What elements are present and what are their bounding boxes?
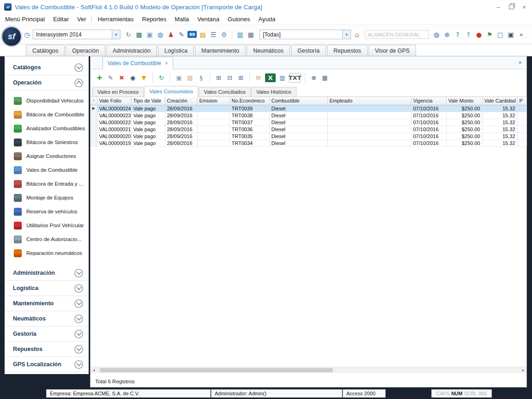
sidebar-item-reparacion-neumaticos[interactable]: Reparación neumáticos [5,246,89,260]
badge-99-icon[interactable]: 99 [187,31,197,38]
group-tree-icon[interactable]: ⊞ [214,73,223,82]
globe-icon[interactable]: ◍ [156,30,165,39]
warehouse-input[interactable] [365,30,429,39]
scrollbar-thumb[interactable] [100,368,333,372]
sidebar-item-utilitarios-pool-vehicular[interactable]: Utilitarios Pool Vehícular [5,218,89,232]
sidebar-item-centro-de-autorizacio[interactable]: Centro de Autorizacio... [5,232,89,246]
table-row[interactable]: VAL00000023Vale pago28/09/2016TRT0038Die… [91,112,526,119]
sidebar-section-mantenimiento[interactable]: Mantenimiento [5,296,89,311]
image-icon[interactable]: ▣ [175,73,183,82]
subtab-vales-conciliados[interactable]: Vales Conciliados [199,87,251,97]
users-icon[interactable]: ♟ [166,30,175,39]
table-row[interactable]: ▶VAL00000024Vale pago28/09/2016TRT0039Di… [91,105,526,112]
bug-icon[interactable]: ● [474,30,484,39]
sidebar-item-asignar-conductores[interactable]: Asignar Conductores [5,149,89,163]
sidebar-section-logistica[interactable]: Logistica [5,281,89,296]
sidebar-section-repuestos[interactable]: Repuestos [5,342,89,357]
module-tab-catalogos[interactable]: Catálogos [26,45,65,56]
clipboard-icon[interactable]: ▤ [186,73,194,82]
module-tab-administracion[interactable]: Administración [106,45,157,56]
chevron-down-icon[interactable] [74,314,83,323]
sidebar-section-neumaticos[interactable]: Neumáticos [5,311,89,326]
table-row[interactable]: VAL00000019Vale pago28/09/2016TRT0034Die… [91,139,526,146]
column-header-empleado[interactable]: Empleado [327,97,411,105]
chevron-down-icon[interactable]: ▾ [342,30,351,39]
scrollbar-track[interactable] [97,367,520,373]
sidebar-item-montaje-de-equipos[interactable]: Montaje de Equipos [5,191,89,205]
document-preview-icon[interactable]: ⊕ [442,30,452,39]
menu-item-editar[interactable]: Editar [49,16,73,23]
module-tab-logistica[interactable]: Logística [158,45,194,56]
toolbar-overflow-icon[interactable]: » [518,31,525,38]
picture-icon[interactable]: ▣ [145,30,154,39]
table-row[interactable]: VAL00000021Vale pago28/09/2016TRT0036Die… [91,126,526,133]
columns-icon[interactable]: ▥ [236,30,245,39]
column-header-combustible[interactable]: Combustible [269,97,327,105]
filter-combo[interactable]: [Todas] ▾ [260,30,351,39]
help-icon[interactable]: ? [464,30,473,39]
column-header-tipo-de-vale[interactable]: Tipo de Vale [131,97,165,105]
close-document-icon[interactable]: × [518,59,522,66]
menu-item-reportes[interactable]: Reportes [138,16,171,23]
column-header-vigencia[interactable]: Vigencia [411,97,446,105]
zoom-icon[interactable]: ⊕ [309,73,318,82]
notepad-icon[interactable]: ▤ [198,30,207,39]
column-header-vale-monto[interactable]: Vale Monto [446,97,482,105]
export-icon[interactable]: ▥ [278,73,287,82]
flag-icon[interactable]: ⚑ [485,30,494,39]
chevron-down-icon[interactable] [74,330,83,339]
sidebar-section-gestoria[interactable]: Gestoría [5,326,89,342]
sidebar-item-bitacora-de-siniestros[interactable]: Bitácora de Siniestros [5,135,89,149]
column-header-no-economico[interactable]: No.Económico [230,97,269,105]
column-header-vale-folio[interactable]: Vale Folio [97,97,131,105]
clock-icon[interactable]: ◷ [22,30,31,39]
excel-export-icon[interactable]: X [265,73,276,82]
edit-document-icon[interactable]: ✎ [177,30,186,39]
module-tab-mantenimiento[interactable]: Mantenimiento [195,45,246,56]
tab-close-icon[interactable]: × [165,60,168,66]
print-icon[interactable]: ▦ [320,73,329,82]
sidebar-section-gps-localizacion[interactable]: GPS Localización [5,357,89,372]
chevron-down-icon[interactable] [74,345,83,354]
sidebar-section-operacion[interactable]: Operación [5,75,89,91]
delete-record-icon[interactable]: ✖ [117,73,126,82]
scroll-left-icon[interactable]: ◂ [91,368,97,372]
menu-item-ver[interactable]: Ver [73,16,91,23]
sidebar-item-bitacora-de-combustible[interactable]: Bitácora de Combustible [5,108,89,121]
sidebar-item-disponibilidad-vehiculos[interactable]: Disponibilidad Vehiculos [5,94,89,108]
search-binoculars-icon[interactable]: ◉ [128,73,137,82]
home-icon[interactable]: ⌂ [352,30,362,39]
horizontal-scrollbar[interactable]: ◂ ▸ [91,367,526,373]
column-header-emision[interactable]: Emision [197,97,230,105]
expand-tree-icon[interactable]: ⊟ [225,73,234,82]
refresh-grid-icon[interactable]: ↻ [157,73,166,82]
subtab-vales-en-proceso[interactable]: Vales en Proceso [92,87,144,97]
sidebar-section-catalogos[interactable]: Catálogos [5,60,89,75]
menu-item-malla[interactable]: Malla [170,16,193,23]
menu-item-herramientas[interactable]: Herramientas [93,16,138,23]
menu-item-guiones[interactable]: Guiones [224,16,254,23]
collapse-tree-icon[interactable]: ⊞ [236,73,245,82]
monitor-icon[interactable]: ▢ [496,30,505,39]
sidebar-item-vales-de-combustible[interactable]: Vales de Combustible [5,163,89,177]
chevron-down-icon[interactable] [74,360,83,369]
module-tab-gestoria[interactable]: Gestoría [291,45,326,56]
menu-item-ayuda[interactable]: Ayuda [254,16,279,23]
column-header-indicator[interactable]: * [91,97,97,105]
restore-button[interactable] [506,2,516,12]
chevron-down-icon[interactable] [74,299,83,308]
sidebar-item-analizador-combustibles[interactable]: Analizador Combustibles [5,121,89,135]
sidebar-item-reserva-de-vehiculos[interactable]: Reserva de vehículos [5,205,89,218]
table-row[interactable]: VAL00000022Vale pago28/09/2016TRT0037Die… [91,119,526,126]
add-record-icon[interactable]: ✚ [95,73,104,82]
sidebar-section-administracion[interactable]: Administración [5,266,89,281]
table-row[interactable]: VAL00000020Vale pago28/09/2016TRT0035Die… [91,133,526,139]
attachment-icon[interactable]: § [197,73,206,82]
menu-item-menu-principal[interactable]: Menú Principal [1,16,49,23]
filter-icon[interactable]: ▼ [139,73,148,82]
column-header-vale-cantidad[interactable]: Vale Cantidad [482,97,517,105]
chevron-down-icon[interactable] [74,63,83,72]
txt-export-icon[interactable]: TXT [289,73,301,83]
module-tab-repuestos[interactable]: Repuestos [327,45,368,56]
buildings-icon[interactable]: ▦ [134,30,144,39]
